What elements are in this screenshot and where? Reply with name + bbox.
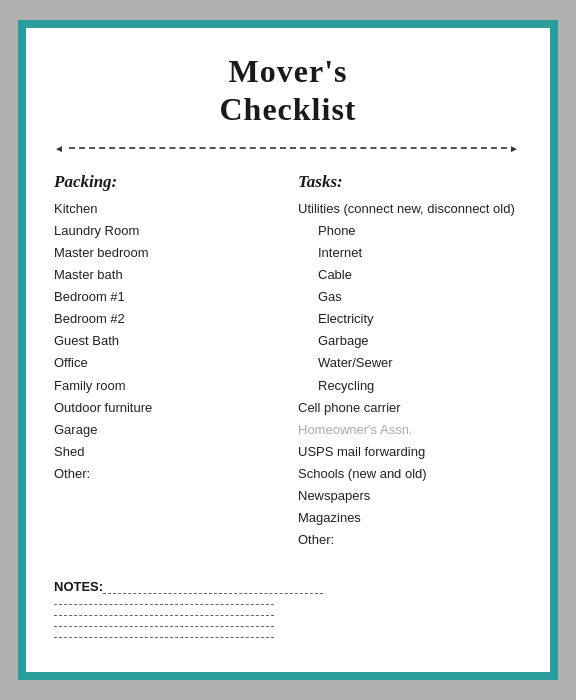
title-line2: Checklist <box>54 90 522 128</box>
packing-header: Packing: <box>54 172 278 192</box>
list-item: Office <box>54 352 278 374</box>
notes-first-line: NOTES: <box>54 579 522 594</box>
list-item: Electricity <box>298 308 522 330</box>
notes-line-4 <box>54 626 274 627</box>
list-item: Bedroom #2 <box>54 308 278 330</box>
inner-card: Mover's Checklist Packing: KitchenLaundr… <box>26 28 550 672</box>
tasks-header: Tasks: <box>298 172 522 192</box>
packing-list: KitchenLaundry RoomMaster bedroomMaster … <box>54 198 278 485</box>
tasks-list: Utilities (connect new, disconnect old)P… <box>298 198 522 552</box>
list-item: Phone <box>298 220 522 242</box>
list-item: Kitchen <box>54 198 278 220</box>
list-item: Laundry Room <box>54 220 278 242</box>
list-item: Gas <box>298 286 522 308</box>
page-title: Mover's Checklist <box>54 52 522 129</box>
list-item: Garbage <box>298 330 522 352</box>
divider <box>54 143 522 154</box>
list-item: Garage <box>54 419 278 441</box>
notes-line-5 <box>54 637 274 638</box>
list-item: USPS mail forwarding <box>298 441 522 463</box>
list-item: Shed <box>54 441 278 463</box>
list-item: Water/Sewer <box>298 352 522 374</box>
list-item: Bedroom #1 <box>54 286 278 308</box>
list-item: Other: <box>54 463 278 485</box>
notes-section: NOTES: <box>54 579 522 638</box>
list-item: Recycling <box>298 375 522 397</box>
list-item: Cable <box>298 264 522 286</box>
list-item: Guest Bath <box>54 330 278 352</box>
list-item: Outdoor furniture <box>54 397 278 419</box>
title-line1: Mover's <box>54 52 522 90</box>
list-item: Internet <box>298 242 522 264</box>
outer-border: Mover's Checklist Packing: KitchenLaundr… <box>18 20 558 680</box>
notes-line-2 <box>54 604 274 605</box>
list-item: Family room <box>54 375 278 397</box>
list-item: Newspapers <box>298 485 522 507</box>
list-item: Cell phone carrier <box>298 397 522 419</box>
list-item: Magazines <box>298 507 522 529</box>
content-area: Packing: KitchenLaundry RoomMaster bedro… <box>54 172 522 552</box>
list-item: Utilities (connect new, disconnect old) <box>298 198 522 220</box>
packing-column: Packing: KitchenLaundry RoomMaster bedro… <box>54 172 278 552</box>
notes-line-1 <box>103 593 323 594</box>
list-item: Master bedroom <box>54 242 278 264</box>
list-item: Schools (new and old) <box>298 463 522 485</box>
list-item: Master bath <box>54 264 278 286</box>
list-item: Homeowner's Assn. <box>298 419 522 441</box>
notes-line-3 <box>54 615 274 616</box>
tasks-column: Tasks: Utilities (connect new, disconnec… <box>298 172 522 552</box>
notes-label: NOTES: <box>54 579 103 594</box>
list-item: Other: <box>298 529 522 551</box>
